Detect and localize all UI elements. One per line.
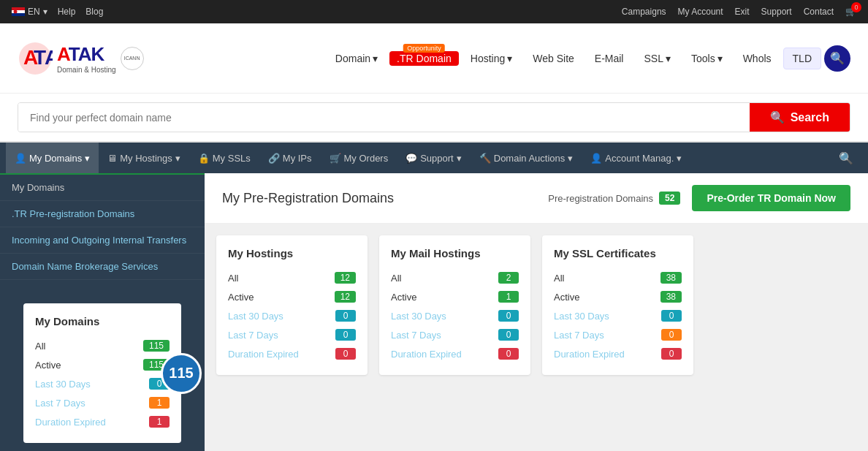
my-mail-rows: All2Active1Last 30 Days0Last 7 Days0Dura… xyxy=(391,268,519,363)
my-hostings-rows: All12Active12Last 30 Days0Last 7 Days0Du… xyxy=(228,268,356,363)
stats-row: Last 30 Days0 xyxy=(554,306,682,325)
stats-row: Last 30 Days0 xyxy=(391,306,519,325)
contact-link[interactable]: Contact xyxy=(804,7,834,17)
svg-point-3 xyxy=(14,10,18,14)
stats-row: Last 30 Days0 xyxy=(35,374,170,393)
nav-email[interactable]: E-Mail xyxy=(586,48,633,69)
pre-reg-title: My Pre-Registration Domains xyxy=(222,191,394,206)
language-selector[interactable]: EN ▾ xyxy=(12,7,47,17)
stat-count-badge: 0 xyxy=(661,329,682,341)
stat-count-badge: 1 xyxy=(149,416,170,428)
nav-tr-domain[interactable]: Opportunity .TR Domain xyxy=(389,51,459,66)
content-wrapper: My Domains .TR Pre-registration Domains … xyxy=(0,173,868,451)
sec-nav-domain-auctions[interactable]: 🔨 Domain Auctions ▾ xyxy=(471,143,582,173)
svg-text:TAK: TAK xyxy=(34,46,53,69)
stat-count-badge: 1 xyxy=(498,291,519,303)
nav-whols[interactable]: Whols xyxy=(734,48,780,69)
search-input[interactable] xyxy=(18,103,750,132)
search-bar: 🔍 Search xyxy=(0,94,868,143)
nav-domain[interactable]: Domain ▾ xyxy=(327,48,387,69)
pre-reg-right: Pre-registration Domains 52 Pre-Order TR… xyxy=(548,185,850,211)
my-account-link[interactable]: My Account xyxy=(678,7,723,17)
stats-row: Duration Expired0 xyxy=(228,344,356,363)
logo-icon: A TAK xyxy=(18,41,53,76)
top-bar-left: EN ▾ Help Blog xyxy=(12,7,103,17)
nav-ssl[interactable]: SSL ▾ xyxy=(635,48,679,69)
flag-icon xyxy=(12,7,25,16)
header-search-button[interactable]: 🔍 xyxy=(824,45,850,72)
my-domains-card-wrap: My Domains All115Active115Last 30 Days0L… xyxy=(0,280,205,451)
my-ssl-rows: All38Active38Last 30 Days0Last 7 Days0Du… xyxy=(554,268,682,363)
dropdown-incoming-outgoing[interactable]: Incoming and Outgoing Internal Transfers xyxy=(0,227,205,254)
cart-icon-wrap[interactable]: 🛒 0 xyxy=(845,7,856,17)
dropdown-tr-pre-registration[interactable]: .TR Pre-registration Domains xyxy=(0,201,205,227)
gavel-icon: 🔨 xyxy=(479,153,491,164)
account-icon: 👤 xyxy=(590,153,602,164)
stats-row: Last 7 Days1 xyxy=(35,393,170,412)
stats-row: All38 xyxy=(554,268,682,287)
my-ssl-card: My SSL Certificates All38Active38Last 30… xyxy=(542,235,693,375)
stats-row: Active115 xyxy=(35,355,170,374)
stats-row: Active38 xyxy=(554,287,682,306)
left-panel: My Domains .TR Pre-registration Domains … xyxy=(0,173,205,451)
opportunity-badge: Opportunity xyxy=(403,44,445,53)
sec-nav-my-domains[interactable]: 👤 My Domains ▾ xyxy=(6,143,99,173)
stat-count-badge: 0 xyxy=(335,348,356,360)
server-icon: 🖥 xyxy=(107,153,117,164)
stat-count-badge: 12 xyxy=(335,272,356,284)
my-ssl-title: My SSL Certificates xyxy=(554,247,682,259)
my-mail-title: My Mail Hostings xyxy=(391,247,519,259)
nav-website[interactable]: Web Site xyxy=(524,48,583,69)
support-icon: 💬 xyxy=(406,153,417,164)
my-domains-rows: All115Active115Last 30 Days0Last 7 Days1… xyxy=(35,336,170,431)
pre-reg-count-badge: 52 xyxy=(659,192,680,205)
campaigns-link[interactable]: Campaigns xyxy=(622,7,666,17)
stat-count-badge: 0 xyxy=(498,329,519,341)
search-icon: 🔍 xyxy=(770,110,785,124)
sec-nav-my-orders[interactable]: 🛒 My Orders xyxy=(321,143,397,173)
stats-row: All2 xyxy=(391,268,519,287)
support-link[interactable]: Support xyxy=(761,7,792,17)
lock-icon: 🔒 xyxy=(198,153,210,164)
stat-count-badge: 0 xyxy=(498,310,519,322)
cart-nav-icon: 🛒 xyxy=(330,153,341,164)
sec-nav-my-hostings[interactable]: 🖥 My Hostings ▾ xyxy=(99,143,189,173)
blog-link[interactable]: Blog xyxy=(85,7,103,17)
my-domains-title: My Domains xyxy=(35,315,170,327)
stat-count-badge: 0 xyxy=(335,329,356,341)
svg-rect-2 xyxy=(12,13,25,16)
my-hostings-title: My Hostings xyxy=(228,247,356,259)
dropdown-my-domains[interactable]: My Domains xyxy=(0,175,205,201)
stat-count-badge: 0 xyxy=(335,310,356,322)
stats-row: Active12 xyxy=(228,287,356,306)
stat-count-badge: 38 xyxy=(660,272,682,284)
sec-nav-search-button[interactable]: 🔍 xyxy=(830,151,862,165)
stat-count-badge: 115 xyxy=(143,340,170,352)
help-link[interactable]: Help xyxy=(58,7,76,17)
nav-tld[interactable]: TLD xyxy=(783,48,821,69)
nav-tools[interactable]: Tools ▾ xyxy=(682,48,731,69)
right-panel: My Pre-Registration Domains Pre-registra… xyxy=(205,173,868,451)
my-domains-card: My Domains All115Active115Last 30 Days0L… xyxy=(23,303,181,443)
nav-hosting[interactable]: Hosting ▾ xyxy=(462,48,521,69)
stat-count-badge: 38 xyxy=(660,291,682,303)
sec-nav-account-manag[interactable]: 👤 Account Manag. ▾ xyxy=(582,143,690,173)
stats-row: Duration Expired1 xyxy=(35,412,170,431)
pre-order-button[interactable]: Pre-Order TR Domain Now xyxy=(692,185,850,211)
search-submit-button[interactable]: 🔍 Search xyxy=(750,103,850,132)
sec-nav-my-ips[interactable]: 🔗 My IPs xyxy=(259,143,321,173)
sec-nav-support[interactable]: 💬 Support ▾ xyxy=(397,143,471,173)
sec-nav-my-ssls[interactable]: 🔒 My SSLs xyxy=(189,143,259,173)
top-bar-right: Campaigns My Account Exit Support Contac… xyxy=(622,7,856,17)
pre-reg-count-area: Pre-registration Domains 52 xyxy=(548,192,680,205)
search-input-wrap: 🔍 Search xyxy=(18,102,850,132)
stats-row: Last 7 Days0 xyxy=(228,325,356,344)
exit-link[interactable]: Exit xyxy=(735,7,750,17)
logo-text: ATAK Domain & Hosting xyxy=(57,43,116,74)
stats-row: Last 30 Days0 xyxy=(228,306,356,325)
main-nav: Domain ▾ Opportunity .TR Domain Hosting … xyxy=(181,45,850,72)
stat-count-badge: 2 xyxy=(498,272,519,284)
icann-logo: ICANN xyxy=(121,47,144,70)
pre-registration-banner: My Pre-Registration Domains Pre-registra… xyxy=(205,173,868,224)
dropdown-brokerage[interactable]: Domain Name Brokerage Services xyxy=(0,254,205,280)
